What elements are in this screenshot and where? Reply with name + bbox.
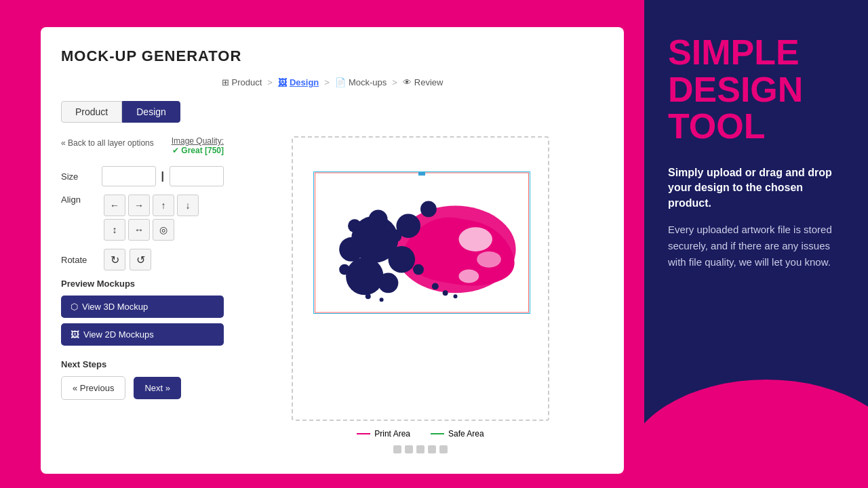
svg-point-17 xyxy=(432,283,439,289)
tab-design[interactable]: Design xyxy=(122,101,180,123)
view-2d-mockups-button[interactable]: 🖼 View 2D Mockups xyxy=(61,323,224,346)
svg-point-14 xyxy=(339,264,350,275)
svg-point-4 xyxy=(458,270,479,283)
svg-point-15 xyxy=(388,229,401,243)
rotate-label: Rotate xyxy=(61,255,98,265)
align-right-button[interactable]: → xyxy=(128,195,150,216)
nav-buttons: « Previous Next » xyxy=(61,376,224,400)
breadcrumb-sep-3: > xyxy=(392,77,397,87)
card: MOCK-UP GENERATOR ⊞ Product > 🖼 Design >… xyxy=(41,27,624,474)
breadcrumb-sep-2: > xyxy=(324,77,330,87)
breadcrumb-step-design: 🖼 Design xyxy=(278,77,319,87)
design-svg xyxy=(314,172,530,313)
image-quality: Image Quality: ✔ Great [750] xyxy=(172,136,224,155)
safe-area-line xyxy=(431,433,444,434)
breadcrumb-step-mockups: 📄 Mock-ups xyxy=(335,77,387,87)
svg-point-6 xyxy=(346,258,383,295)
canvas-wrapper xyxy=(292,136,549,421)
right-body: Simply upload or drag and drop your desi… xyxy=(668,165,844,270)
svg-point-3 xyxy=(477,251,501,268)
image-quality-value: Great [750] xyxy=(181,146,224,155)
quality-check-icon: ✔ xyxy=(172,146,181,155)
align-bottom-button[interactable]: ↓ xyxy=(177,195,199,216)
align-horizontal-center-button[interactable]: ↔ xyxy=(128,219,150,241)
design-handle[interactable] xyxy=(418,171,425,176)
rotate-row: Rotate ↻ ↺ xyxy=(61,249,224,270)
file-icon: 📄 xyxy=(335,77,346,87)
rotate-group: ↻ ↺ xyxy=(104,249,151,270)
canvas-area: Print Area Safe Area xyxy=(237,136,604,453)
image-quality-label: Image Quality: xyxy=(172,136,224,146)
align-row-1: ← → ↑ ↓ xyxy=(104,195,199,216)
back-quality-row: Back to all layer options Image Quality:… xyxy=(61,136,224,166)
right-panel: SIMPLEDESIGNTOOL Simply upload or drag a… xyxy=(644,0,868,488)
right-title: SIMPLEDESIGNTOOL xyxy=(668,34,803,145)
size-separator: | xyxy=(161,170,164,182)
rotate-clockwise-button[interactable]: ↻ xyxy=(104,249,125,270)
svg-point-9 xyxy=(378,273,399,293)
print-area-line xyxy=(357,433,370,434)
svg-point-7 xyxy=(388,246,415,273)
eye-icon: 👁 xyxy=(403,77,412,87)
size-label: Size xyxy=(61,171,96,182)
tab-product[interactable]: Product xyxy=(61,101,122,123)
design-box[interactable] xyxy=(313,171,530,314)
next-steps-title: Next Steps xyxy=(61,359,224,369)
mockup-buttons: ⬡ View 3D Mockup 🖼 View 2D Mockups xyxy=(61,296,224,346)
svg-point-11 xyxy=(420,201,437,218)
svg-point-16 xyxy=(413,264,424,275)
view-3d-mockup-button[interactable]: ⬡ View 3D Mockup xyxy=(61,296,224,318)
breadcrumb-step-product: ⊞ Product xyxy=(222,77,262,87)
print-area-label: Print Area xyxy=(374,429,410,439)
back-link[interactable]: Back to all layer options xyxy=(61,138,154,148)
carousel-dot-4[interactable] xyxy=(428,445,436,453)
carousel-dot-1[interactable] xyxy=(393,445,401,453)
next-button[interactable]: Next » xyxy=(134,377,181,399)
right-highlight: Simply upload or drag and drop your desi… xyxy=(668,165,844,211)
align-row-2: ↕ ↔ ◎ xyxy=(104,219,199,241)
carousel-dot-5[interactable] xyxy=(439,445,448,453)
breadcrumb: ⊞ Product > 🖼 Design > 📄 Mock-ups > 👁 Re… xyxy=(61,77,604,87)
svg-point-8 xyxy=(339,237,363,262)
tabs: Product Design xyxy=(61,101,604,123)
size-width-input[interactable] xyxy=(102,166,156,186)
svg-point-12 xyxy=(369,209,388,228)
svg-point-18 xyxy=(443,290,448,296)
align-center-button[interactable]: ◎ xyxy=(153,219,174,241)
main-panel: MOCK-UP GENERATOR ⊞ Product > 🖼 Design >… xyxy=(0,0,644,488)
2d-icon: 🖼 xyxy=(71,329,79,340)
svg-point-19 xyxy=(454,294,458,298)
size-row: Size | xyxy=(61,166,224,186)
svg-point-21 xyxy=(380,298,384,302)
previous-button[interactable]: « Previous xyxy=(61,376,125,400)
3d-icon: ⬡ xyxy=(71,302,78,312)
controls-panel: Back to all layer options Image Quality:… xyxy=(61,136,224,453)
safe-area-legend: Safe Area xyxy=(431,429,484,439)
safe-area-label: Safe Area xyxy=(448,429,484,439)
svg-point-13 xyxy=(348,219,361,232)
align-label: Align xyxy=(61,195,98,205)
align-row: Align ← → ↑ ↓ ↕ ↔ ◎ xyxy=(61,195,224,241)
image-icon: 🖼 xyxy=(278,77,287,87)
grid-icon: ⊞ xyxy=(222,77,229,87)
carousel-dots xyxy=(393,445,448,453)
svg-point-2 xyxy=(458,227,492,251)
size-height-input[interactable] xyxy=(170,166,224,186)
breadcrumb-sep-1: > xyxy=(267,77,273,87)
align-top-button[interactable]: ↑ xyxy=(153,195,174,216)
print-area-legend: Print Area xyxy=(357,429,410,439)
align-group: ← → ↑ ↓ ↕ ↔ ◎ xyxy=(104,195,199,241)
svg-point-20 xyxy=(366,293,371,299)
rotate-counterclockwise-button[interactable]: ↺ xyxy=(130,249,151,270)
breadcrumb-step-review: 👁 Review xyxy=(403,77,443,87)
carousel-dot-2[interactable] xyxy=(405,445,413,453)
align-left-button[interactable]: ← xyxy=(104,195,125,216)
preview-mockups-title: Preview Mockups xyxy=(61,279,224,289)
app-title: MOCK-UP GENERATOR xyxy=(61,47,604,65)
right-text: Every uploaded artwork file is stored se… xyxy=(668,222,844,270)
legend-row: Print Area Safe Area xyxy=(357,429,484,439)
content-area: Back to all layer options Image Quality:… xyxy=(61,136,604,453)
carousel-dot-3[interactable] xyxy=(416,445,425,453)
align-vertical-center-button[interactable]: ↕ xyxy=(104,219,125,241)
